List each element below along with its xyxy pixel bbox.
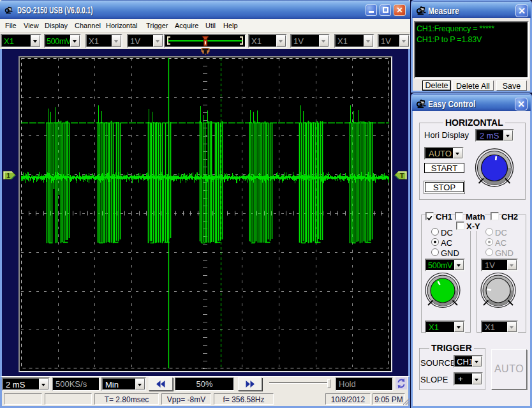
svg-text:1: 1: [6, 172, 10, 179]
svg-text:T: T: [400, 172, 404, 179]
